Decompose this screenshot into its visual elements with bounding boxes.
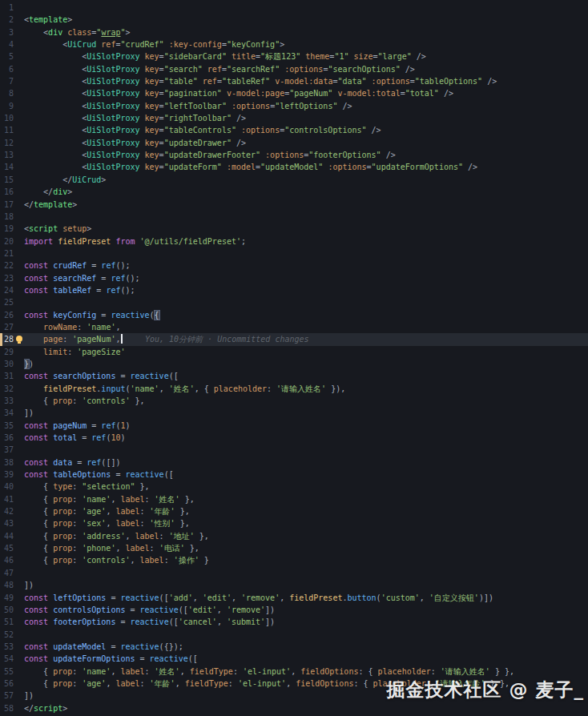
code-line[interactable]: 46 { prop: 'controls', label: '操作' } [0,554,588,566]
line-number[interactable]: 41 [0,493,14,505]
line-number[interactable]: 24 [0,284,14,296]
code-line[interactable]: 6 <UiSlotProxy key="search" ref="searchR… [0,63,588,75]
code-line[interactable]: 16 </div> [0,186,588,198]
line-number[interactable]: 26 [0,309,14,321]
code-line[interactable]: 7 <UiSlotProxy key="table" ref="tableRef… [0,75,588,87]
code-line[interactable]: 5 <UiSlotProxy key="sidebarCard" title="… [0,50,588,62]
code-line[interactable]: 49const leftOptions = reactive(['add', '… [0,592,588,604]
line-number[interactable]: 34 [0,407,14,419]
line-number[interactable]: 46 [0,554,14,566]
line-number[interactable]: 11 [0,124,14,136]
line-number[interactable]: 4 [0,38,14,50]
code-line[interactable]: 12 <UiSlotProxy key="updateDrawer" /> [0,137,588,149]
code-line[interactable]: 48]) [0,579,588,591]
line-number[interactable]: 23 [0,272,14,284]
code-line[interactable]: 31const searchOptions = reactive([ [0,370,588,382]
line-number[interactable]: 53 [0,641,14,653]
line-number[interactable]: 17 [0,199,14,211]
code-line[interactable]: 42 { prop: 'age', label: '年龄' }, [0,505,588,517]
line-number[interactable]: 36 [0,432,14,444]
line-number[interactable]: 38 [0,457,14,469]
line-number[interactable]: 37 [0,444,14,456]
line-number[interactable]: 32 [0,383,14,395]
line-number[interactable]: 25 [0,296,14,308]
code-line[interactable]: 23const searchRef = ref(); [0,272,588,284]
line-number[interactable]: 14 [0,161,14,173]
code-line[interactable]: 44 { prop: 'address', label: '地址' }, [0,530,588,542]
code-line[interactable]: 21 [0,247,588,259]
code-line[interactable]: 22const crudRef = ref(); [0,259,588,272]
code-line[interactable]: 27 rowName: 'name', [0,321,588,333]
line-number[interactable]: 49 [0,592,14,604]
code-line[interactable]: 26const keyConfig = reactive({ [0,309,588,321]
code-line[interactable]: 37 [0,444,588,456]
code-line[interactable]: 29 limit: 'pageSize' [0,346,588,358]
code-line[interactable]: 53const updateModel = reactive({}); [0,641,588,653]
line-number[interactable]: 8 [0,87,14,99]
line-number[interactable]: 54 [0,653,14,665]
code-line[interactable]: 10 <UiSlotProxy key="rightToolbar" /> [0,112,588,124]
line-number[interactable]: 40 [0,481,14,493]
code-line[interactable]: 58</script> [0,702,588,714]
code-line[interactable]: 28 page: 'pageNum',You, 10分钟前 · Uncommit… [0,333,588,345]
code-line[interactable]: 9 <UiSlotProxy key="leftToolbar" :option… [0,100,588,112]
code-lines[interactable]: 12<template>3 <div class="wrap">4 <UiCru… [0,2,588,714]
line-number[interactable]: 27 [0,321,14,333]
code-line[interactable]: 11 <UiSlotProxy key="tableControls" :opt… [0,124,588,136]
line-number[interactable]: 45 [0,542,14,554]
line-number[interactable]: 57 [0,690,14,702]
line-number[interactable]: 29 [0,346,14,358]
code-line[interactable]: 34]) [0,407,588,419]
line-number[interactable]: 35 [0,420,14,432]
code-line[interactable]: 25 [0,296,588,308]
code-line[interactable]: 36const total = ref(10) [0,432,588,444]
line-number[interactable]: 30 [0,358,14,370]
line-number[interactable]: 20 [0,235,14,247]
code-line[interactable]: 32 fieldPreset.input('name', '姓名', { pla… [0,383,588,395]
line-number[interactable]: 12 [0,137,14,149]
line-number[interactable]: 2 [0,14,14,26]
line-number[interactable]: 10 [0,112,14,124]
code-line[interactable]: 8 <UiSlotProxy key="pagination" v-model:… [0,87,588,99]
code-line[interactable]: 47 [0,567,588,579]
code-line[interactable]: 17</template> [0,199,588,211]
line-number[interactable]: 3 [0,26,14,38]
line-number[interactable]: 48 [0,579,14,591]
line-number[interactable]: 44 [0,530,14,542]
lightbulb-icon[interactable] [14,333,24,345]
line-number[interactable]: 47 [0,567,14,579]
code-line[interactable]: 35const pageNum = ref(1) [0,420,588,432]
line-number[interactable]: 28 [0,333,14,345]
line-number[interactable]: 9 [0,100,14,112]
code-line[interactable]: 3 <div class="wrap"> [0,26,588,38]
line-number[interactable]: 56 [0,678,14,690]
code-line[interactable]: 51const footerOptions = reactive(['cance… [0,616,588,628]
line-number[interactable]: 21 [0,247,14,259]
line-number[interactable]: 58 [0,702,14,714]
code-line[interactable]: 38const data = ref([]) [0,457,588,469]
line-number[interactable]: 5 [0,50,14,62]
code-line[interactable]: 18 [0,211,588,223]
code-line[interactable]: 1 [0,2,588,14]
line-number[interactable]: 6 [0,63,14,75]
code-line[interactable]: 4 <UiCrud ref="crudRef" :key-config="key… [0,38,588,50]
line-number[interactable]: 31 [0,370,14,382]
line-number[interactable]: 15 [0,174,14,186]
line-number[interactable]: 50 [0,604,14,616]
code-line[interactable]: 15 </UiCrud> [0,174,588,186]
code-line[interactable]: 43 { prop: 'sex', label: '性别' }, [0,517,588,529]
line-number[interactable]: 52 [0,629,14,641]
line-number[interactable]: 18 [0,211,14,223]
line-number[interactable]: 16 [0,186,14,198]
code-line[interactable]: 41 { prop: 'name', label: '姓名' }, [0,493,588,505]
code-line[interactable]: 50const controlsOptions = reactive(['edi… [0,604,588,616]
line-number[interactable]: 19 [0,223,14,235]
code-line[interactable]: 19<script setup> [0,223,588,235]
line-number[interactable]: 7 [0,75,14,87]
line-number[interactable]: 1 [0,2,14,14]
code-line[interactable]: 13 <UiSlotProxy key="updateDrawerFooter"… [0,149,588,161]
line-number[interactable]: 42 [0,505,14,517]
code-line[interactable]: 40 { type: "selection" }, [0,481,588,493]
code-line[interactable]: 45 { prop: 'phone', label: '电话' }, [0,542,588,554]
line-number[interactable]: 39 [0,469,14,481]
